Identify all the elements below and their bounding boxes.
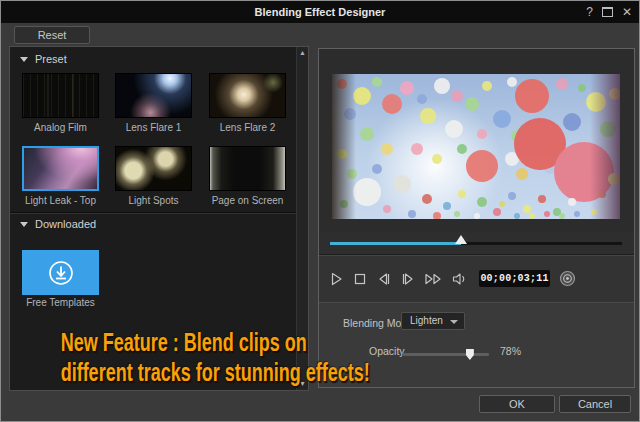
fast-forward-button[interactable]	[424, 271, 443, 287]
preview-area	[319, 49, 634, 232]
preset-label: Analog Film	[15, 122, 106, 133]
preset-thumb-analog-film[interactable]	[22, 73, 99, 118]
opacity-thumb[interactable]	[466, 349, 474, 360]
preset-thumb-light-leak-top[interactable]	[22, 146, 99, 191]
promo-line-2: different tracks for stunning effects!	[61, 357, 296, 387]
playback-controls: 00;00;03;11	[319, 254, 634, 302]
preset-label: Lens Flare 1	[108, 122, 199, 133]
dialog-title: Blending Effect Designer	[1, 1, 639, 23]
blending-mode-dropdown[interactable]: Lighten	[401, 312, 465, 330]
next-frame-button[interactable]	[400, 271, 416, 287]
preset-thumb-page-on-screen[interactable]	[209, 146, 286, 191]
blending-effect-designer-dialog: Blending Effect Designer ? ✕ Reset Prese…	[0, 0, 640, 422]
preset-label: Light Spots	[108, 195, 199, 206]
downloaded-section-label: Downloaded	[35, 218, 96, 230]
preset-label: Lens Flare 2	[202, 122, 293, 133]
preset-section-header[interactable]: Preset	[20, 53, 67, 65]
window-controls: ? ✕	[586, 1, 632, 23]
opacity-slider[interactable]	[402, 353, 489, 356]
volume-button[interactable]	[451, 271, 467, 287]
seek-bar[interactable]	[330, 242, 622, 245]
preset-label: Light Leak - Top	[15, 195, 106, 206]
downloaded-section-header[interactable]: Downloaded	[20, 218, 96, 230]
play-button[interactable]	[328, 271, 344, 287]
maximize-button[interactable]	[602, 7, 613, 17]
preview-image-balloons	[332, 74, 620, 219]
seek-thumb[interactable]	[455, 235, 467, 244]
reset-button[interactable]: Reset	[14, 26, 90, 44]
downloaded-item-label: Free Templates	[15, 297, 106, 308]
chevron-down-icon	[450, 320, 458, 324]
preset-label: Page on Screen	[202, 195, 293, 206]
preset-section-label: Preset	[35, 53, 67, 65]
collapse-triangle-icon	[20, 57, 28, 62]
close-button[interactable]: ✕	[622, 1, 632, 23]
stop-button[interactable]	[352, 271, 368, 287]
title-bar: Blending Effect Designer ? ✕	[1, 1, 639, 23]
promo-text: New Feature : Blend clips on different t…	[15, 327, 341, 387]
collapse-triangle-icon	[20, 222, 28, 227]
download-icon	[46, 258, 76, 288]
preset-thumb-lens-flare-2[interactable]	[209, 73, 286, 118]
previous-frame-button[interactable]	[376, 271, 392, 287]
preset-thumb-light-spots[interactable]	[115, 146, 192, 191]
opacity-label: Opacity	[369, 345, 405, 357]
cancel-button[interactable]: Cancel	[559, 395, 631, 413]
preview-panel: 00;00;03;11 Blending Mode Lighten Opacit…	[318, 48, 635, 388]
ok-button[interactable]: OK	[479, 395, 555, 413]
promo-line-1: New Feature : Blend clips on	[61, 327, 296, 357]
scroll-up-icon[interactable]: ▲	[297, 48, 308, 58]
section-divider	[10, 212, 297, 214]
blending-mode-value: Lighten	[410, 315, 443, 326]
help-button[interactable]: ?	[586, 1, 593, 23]
seek-bar-played	[330, 242, 461, 245]
preset-thumb-lens-flare-1[interactable]	[115, 73, 192, 118]
snapshot-icon[interactable]	[559, 270, 576, 287]
opacity-value: 78%	[500, 345, 521, 357]
free-templates-thumb[interactable]	[22, 250, 99, 295]
timecode-display: 00;00;03;11	[479, 270, 550, 287]
